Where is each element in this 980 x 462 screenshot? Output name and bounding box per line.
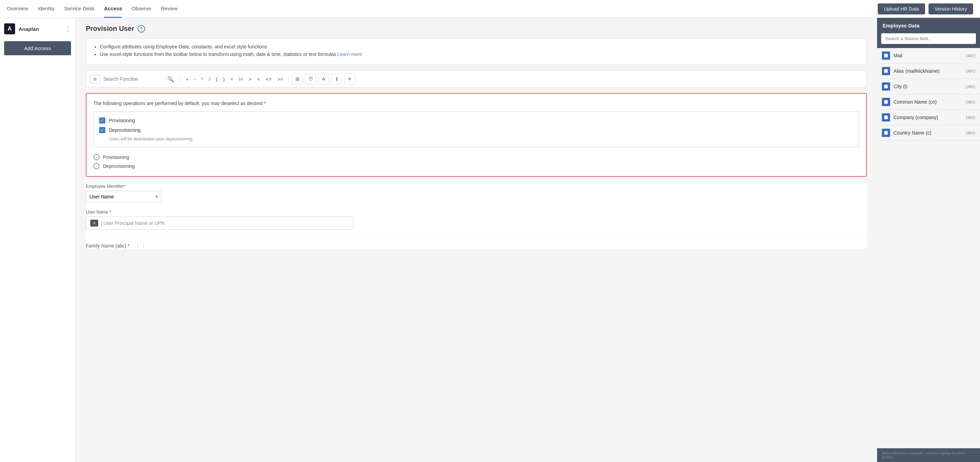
panel-item-name: Country Name (c) (894, 130, 963, 135)
svg-rect-2 (884, 85, 888, 89)
svg-rect-4 (884, 116, 888, 119)
panel-item-name: Company (company) (894, 115, 963, 120)
layout: A Anaplan ⋮ Add Access Provision User ? … (0, 18, 980, 462)
provisioning-checkbox-row: Provisioning (99, 117, 853, 124)
toolbar-clock-icon[interactable]: ⏱ (305, 73, 316, 84)
toolbar-text-icon[interactable]: A (318, 73, 329, 84)
employee-identifier-select-wrapper: User Name ▾ (86, 191, 161, 202)
provisioning-label: Provisioning (109, 118, 135, 123)
employee-identifier-field: Employee Identifier* User Name ▾ (86, 184, 867, 202)
employee-identifier-select[interactable]: User Name (86, 191, 161, 202)
right-panel: Employee Data Mail (abc) Alias (mailNick… (877, 18, 980, 462)
operations-checkboxes: Provisioning Deprovisioning Users will b… (93, 112, 859, 147)
toolbar-stats-icon[interactable]: ✳ (344, 73, 355, 84)
svg-rect-3 (884, 100, 888, 104)
sidebar-app-name: Anaplan (19, 26, 39, 32)
username-field: User Name * ≡ | User Principal Name or U… (86, 209, 867, 229)
circle-provisioning-icon (93, 154, 100, 160)
panel-item-icon (882, 51, 890, 60)
info-box: Configure attributes using Employee Data… (86, 38, 867, 65)
nav-review[interactable]: Review (161, 0, 178, 18)
version-history-button[interactable]: Version History (929, 3, 973, 14)
toolbar-op-notequals[interactable]: != (237, 75, 245, 83)
info-bullet-1: Configure attributes using Employee Data… (100, 44, 859, 49)
panel-item[interactable]: Mail (abc) (877, 48, 980, 64)
panel-item-name: Alias (mailNickName) (894, 68, 963, 74)
toolbar-op-minus[interactable]: - (192, 75, 198, 83)
help-icon[interactable]: ? (138, 25, 145, 33)
circle-deprovisioning-label: Deprovisioning (103, 163, 135, 169)
operations-description: The following operations are performed b… (93, 100, 859, 106)
upload-hr-data-button[interactable]: Upload HR Data (878, 3, 925, 14)
circle-provisioning-row: Provisioning (93, 154, 859, 160)
sidebar-header: A Anaplan ⋮ (4, 23, 71, 34)
svg-rect-1 (884, 69, 888, 73)
panel-item[interactable]: Alias (mailNickName) (abc) (877, 64, 980, 79)
panel-item-type: (abc) (966, 84, 975, 89)
page-title-row: Provision User ? (86, 25, 867, 33)
toolbar-op-equals[interactable]: = (229, 75, 235, 83)
nav-overview[interactable]: Overview (7, 0, 29, 18)
toolbar-op-plus[interactable]: + (184, 75, 191, 83)
circle-deprovisioning-row: Deprovisioning (93, 163, 859, 169)
toolbar-op-rparen[interactable]: ) (221, 75, 226, 83)
add-access-button[interactable]: Add Access (4, 41, 71, 55)
panel-item-icon (882, 82, 890, 91)
main-scroll: Provision User ? Configure attributes us… (75, 18, 877, 462)
source-field-search-input[interactable] (881, 33, 976, 44)
page-title: Provision User (86, 25, 134, 33)
panel-item[interactable]: Common Name (cn) (abc) (877, 94, 980, 110)
toolbar-separator-2 (288, 75, 289, 82)
panel-item-icon (882, 113, 890, 121)
upn-field-wrapper: ≡ | User Principal Name or UPN (86, 217, 353, 229)
search-function-input[interactable] (103, 76, 165, 82)
sidebar-brand: A Anaplan (4, 23, 39, 34)
panel-item[interactable]: City (l) (abc) (877, 79, 980, 94)
nav-access[interactable]: Access (104, 0, 122, 18)
employee-identifier-label: Employee Identifier* (86, 184, 867, 189)
nav-observe[interactable]: Observe (132, 0, 151, 18)
panel-item[interactable]: Company (company) (abc) (877, 110, 980, 125)
panel-item-icon (882, 67, 890, 75)
svg-rect-5 (884, 131, 888, 135)
circle-operations: Provisioning Deprovisioning (93, 154, 859, 169)
sidebar-menu-icon[interactable]: ⋮ (65, 25, 71, 33)
toolbar-op-lt[interactable]: < (255, 75, 262, 83)
panel-item-icon (882, 129, 890, 137)
nav-identity[interactable]: Identity (38, 0, 54, 18)
info-bullet-2: Use excel-style functions from the toolb… (100, 51, 859, 57)
upn-placeholder-text: | User Principal Name or UPN (101, 220, 165, 226)
right-panel-title: Employee Data (883, 23, 975, 29)
drag-handle-icon[interactable]: ⋮⋮ (135, 242, 146, 249)
toolbar-grid-icon[interactable]: ⊞ (292, 73, 303, 84)
panel-item-name: City (l) (894, 84, 963, 89)
toolbar-op-multiply[interactable]: * (200, 75, 205, 83)
panel-item-icon (882, 98, 890, 106)
right-panel-header: Employee Data (877, 18, 980, 33)
deprovisioning-label: Deprovisioning (109, 127, 141, 133)
panel-item-type: (abc) (966, 53, 975, 58)
family-name-row: Family Name (abc) * ⋮⋮ (86, 236, 867, 249)
upn-badge: ≡ (90, 220, 98, 226)
provisioning-checkbox[interactable] (99, 117, 105, 124)
deprovisioning-checkbox-row: Deprovisioning (99, 127, 853, 133)
toolbar-op-divide[interactable]: / (207, 75, 212, 83)
toolbar-op-gte[interactable]: >= (275, 75, 285, 83)
toolbar-info-icon[interactable]: ℹ (331, 73, 342, 84)
sidebar: A Anaplan ⋮ Add Access (0, 18, 75, 462)
toolbar-op-gt[interactable]: > (247, 75, 254, 83)
panel-item-type: (abc) (966, 115, 975, 120)
nav-links: Overview Identity Service Desk Access Ob… (7, 0, 178, 18)
learn-more-link[interactable]: Learn more (338, 51, 362, 57)
top-nav: Overview Identity Service Desk Access Ob… (0, 0, 980, 18)
nav-actions: Upload HR Data Version History (878, 3, 973, 14)
main-and-right: Provision User ? Configure attributes us… (75, 18, 980, 462)
toolbar-op-lte[interactable]: <= (264, 75, 274, 83)
formula-toolbar: fx 🔍 + - * / ( ) = != > < <= >= ⊞ ⏱ A (86, 70, 867, 88)
nav-service-desk[interactable]: Service Desk (64, 0, 94, 18)
toolbar-op-lparen[interactable]: ( (214, 75, 219, 83)
deprovisioning-checkbox[interactable] (99, 127, 105, 133)
right-panel-list: Mail (abc) Alias (mailNickName) (abc) Ci… (877, 48, 980, 448)
panel-item[interactable]: Country Name (c) (abc) (877, 125, 980, 141)
panel-more-note: More attributes available, continue typi… (877, 448, 980, 462)
